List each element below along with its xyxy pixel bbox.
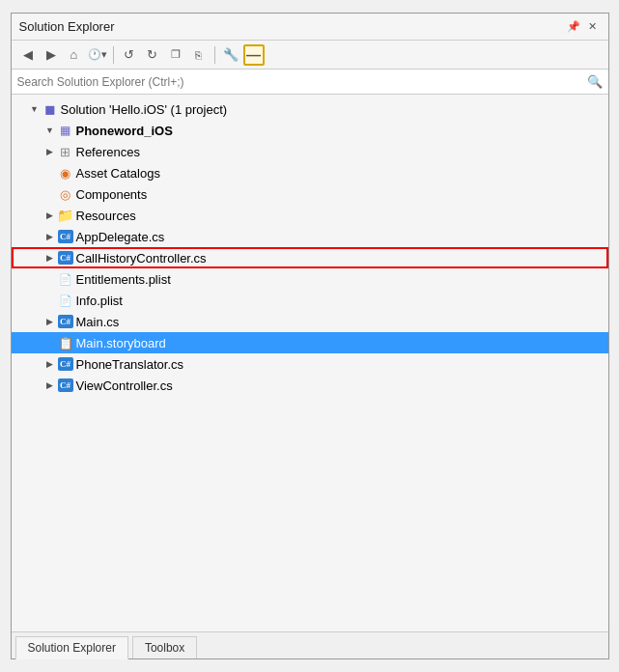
info-plist-expander	[42, 293, 58, 308]
main-cs-icon: C#	[58, 314, 73, 329]
tree-item-viewcontroller[interactable]: ▶C#ViewController.cs	[12, 375, 608, 396]
close-button[interactable]: ✕	[585, 19, 601, 35]
project-expander[interactable]: ▼	[42, 123, 58, 138]
tree-item-info-plist[interactable]: 📄Info.plist	[12, 290, 608, 311]
info-plist-icon: 📄	[58, 293, 73, 308]
main-storyboard-icon: 📋	[58, 335, 73, 350]
main-cs-label: Main.cs	[76, 315, 120, 329]
tree-area: ▼ ◼ Solution 'Hello.iOS' (1 project) ▼ ▦…	[12, 95, 608, 631]
appdelegate-label: AppDelegate.cs	[76, 230, 165, 244]
settings-button[interactable]: 🔧	[220, 44, 241, 66]
main-cs-expander[interactable]: ▶	[42, 314, 58, 329]
history-button[interactable]: 🕐▾	[87, 44, 108, 66]
minus-button[interactable]: —	[243, 44, 265, 66]
solution-node[interactable]: ▼ ◼ Solution 'Hello.iOS' (1 project)	[12, 98, 608, 120]
project-node[interactable]: ▼ ▦ Phoneword_iOS	[12, 120, 608, 141]
viewcontroller-expander[interactable]: ▶	[42, 378, 58, 393]
entitlements-icon: 📄	[58, 271, 73, 287]
asset-catalogs-expander	[42, 165, 58, 181]
refresh-button[interactable]: ↻	[142, 44, 163, 66]
tree-item-resources[interactable]: ▶📁Resources	[12, 205, 608, 226]
tree-item-main-cs[interactable]: ▶C#Main.cs	[12, 311, 608, 332]
tab-toolbox[interactable]: Toolbox	[132, 636, 197, 658]
window-title: Solution Explorer	[19, 19, 115, 34]
resources-expander[interactable]: ▶	[42, 208, 58, 223]
search-icon: 🔍	[587, 74, 603, 89]
forward-button[interactable]: ▶	[41, 44, 62, 66]
toolbar: ◀ ▶ ⌂ 🕐▾ ↺ ↻ ❐ ⎘ 🔧 —	[12, 41, 608, 70]
components-icon: ◎	[58, 186, 73, 202]
references-expander[interactable]: ▶	[42, 144, 58, 159]
separator-2	[214, 46, 215, 64]
home-button[interactable]: ⌂	[64, 44, 85, 66]
viewcontroller-icon: C#	[58, 378, 73, 393]
tree-items-container: ▶⊞References◉Asset Catalogs◎Components▶📁…	[12, 141, 608, 396]
tree-item-references[interactable]: ▶⊞References	[12, 141, 608, 162]
entitlements-expander	[42, 271, 58, 287]
title-bar-controls: 📌 ✕	[566, 19, 601, 35]
components-label: Components	[76, 187, 148, 202]
references-icon: ⊞	[58, 144, 73, 159]
bottom-tabs: Solution Explorer Toolbox	[12, 631, 608, 658]
tree-item-phonetranslator[interactable]: ▶C#PhoneTranslator.cs	[12, 353, 608, 375]
info-plist-label: Info.plist	[76, 294, 123, 308]
components-expander	[42, 186, 58, 202]
appdelegate-expander[interactable]: ▶	[42, 229, 58, 244]
phonetranslator-expander[interactable]: ▶	[42, 356, 58, 372]
back-button[interactable]: ◀	[17, 44, 39, 66]
appdelegate-icon: C#	[58, 229, 73, 244]
solution-expander[interactable]: ▼	[27, 101, 42, 117]
search-input[interactable]	[17, 75, 587, 89]
resources-icon: 📁	[58, 208, 73, 223]
asset-catalogs-icon: ◉	[58, 165, 73, 181]
callhistory-icon: C#	[58, 250, 73, 266]
separator-1	[113, 46, 114, 64]
project-icon: ▦	[58, 123, 73, 138]
phonetranslator-label: PhoneTranslator.cs	[76, 357, 184, 372]
resources-label: Resources	[76, 209, 136, 223]
tree-item-appdelegate[interactable]: ▶C#AppDelegate.cs	[12, 226, 608, 247]
main-storyboard-label: Main.storyboard	[76, 336, 166, 350]
search-bar: 🔍	[12, 70, 608, 95]
callhistory-label: CallHistoryController.cs	[76, 251, 207, 266]
tree-item-entitlements[interactable]: 📄Entitlements.plist	[12, 268, 608, 290]
solution-icon: ◼	[42, 101, 58, 117]
tree-item-components[interactable]: ◎Components	[12, 183, 608, 205]
pin-button[interactable]: 📌	[566, 19, 581, 35]
project-label: Phoneword_iOS	[76, 124, 173, 138]
callhistory-expander[interactable]: ▶	[42, 250, 58, 266]
phonetranslator-icon: C#	[58, 356, 73, 372]
tree-item-main-storyboard[interactable]: 📋Main.storyboard	[12, 332, 608, 353]
title-bar: Solution Explorer 📌 ✕	[12, 14, 608, 41]
solution-label: Solution 'Hello.iOS' (1 project)	[61, 102, 228, 117]
collapse-button[interactable]: ❐	[165, 44, 186, 66]
sync-button[interactable]: ↺	[119, 44, 140, 66]
main-storyboard-expander	[42, 335, 58, 350]
entitlements-label: Entitlements.plist	[76, 272, 171, 287]
viewcontroller-label: ViewController.cs	[76, 378, 173, 393]
tree-item-callhistory[interactable]: ▶C#CallHistoryController.cs	[12, 247, 608, 268]
tab-solution-explorer[interactable]: Solution Explorer	[15, 636, 128, 659]
references-label: References	[76, 145, 140, 159]
tree-item-asset-catalogs[interactable]: ◉Asset Catalogs	[12, 162, 608, 183]
copy-button[interactable]: ⎘	[188, 44, 210, 66]
asset-catalogs-label: Asset Catalogs	[76, 166, 160, 181]
solution-explorer-window: Solution Explorer 📌 ✕ ◀ ▶ ⌂ 🕐▾ ↺ ↻ ❐ ⎘ 🔧…	[11, 13, 609, 659]
